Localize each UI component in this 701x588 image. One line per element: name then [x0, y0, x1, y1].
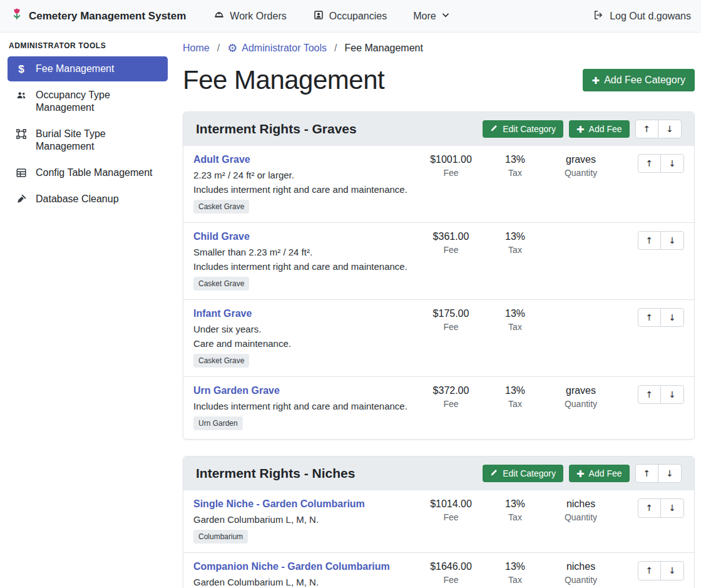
fee-tax: 13%: [484, 308, 546, 319]
fee-amount-label: Fee: [418, 168, 484, 178]
fee-tax-label: Tax: [484, 322, 546, 332]
sidebar-item-occupancy-type-management[interactable]: Occupancy Type Management: [8, 83, 168, 120]
chevron-down-icon: [441, 11, 450, 22]
nav-more[interactable]: More: [413, 11, 449, 22]
pencil-icon: [490, 468, 498, 478]
move-fee-down-button[interactable]: ↓: [660, 561, 684, 580]
breadcrumb-admin-tools-link[interactable]: ⚙ Administrator Tools: [227, 43, 327, 54]
move-fee-down-button[interactable]: ↓: [660, 231, 684, 250]
move-fee-down-button[interactable]: ↓: [660, 385, 684, 404]
move-fee-up-button[interactable]: ↑: [638, 498, 662, 517]
move-category-up-button[interactable]: ↑: [635, 120, 659, 138]
move-fee-up-button[interactable]: ↑: [638, 231, 662, 250]
category-title: Interment Rights - Graves: [196, 121, 357, 137]
fee-tax-label: Tax: [484, 168, 546, 178]
vector-square-icon: [15, 128, 28, 140]
breadcrumb: Home / ⚙ Administrator Tools / Fee Manag…: [183, 43, 695, 54]
fee-category-list: Interment Rights - Graves Edit Category …: [183, 111, 695, 588]
sidebar-item-database-cleanup[interactable]: Database Cleanup: [8, 187, 168, 212]
move-fee-down-button[interactable]: ↓: [660, 308, 684, 327]
fee-amount-label: Fee: [418, 245, 484, 255]
sidebar-item-fee-management[interactable]: $ Fee Management: [8, 56, 168, 81]
sidebar-item-burial-site-type-management[interactable]: Burial Site Type Management: [8, 121, 168, 159]
fee-description: Smaller than 2.23 m² / 24 ft².: [193, 247, 408, 257]
sidebar-item-config-table-management[interactable]: Config Table Management: [8, 160, 168, 185]
fee-quantity: graves: [546, 154, 615, 165]
plus-icon: ✚: [576, 469, 585, 478]
fee-name-link[interactable]: Child Grave: [193, 231, 250, 242]
sidebar: ADMINISTRATOR TOOLS $ Fee Management Occ…: [0, 33, 175, 588]
breadcrumb-home-link[interactable]: Home: [183, 43, 210, 54]
edit-category-button[interactable]: Edit Category: [483, 120, 563, 138]
page-title: Fee Management: [183, 65, 384, 95]
fee-row: Urn Garden Grave Includes interment righ…: [183, 377, 694, 439]
move-fee-up-button[interactable]: ↑: [638, 561, 662, 580]
fee-description: Garden Columbarium L, M, N.: [193, 577, 408, 587]
fee-tax-label: Tax: [484, 575, 546, 585]
move-fee-down-button[interactable]: ↓: [660, 498, 684, 517]
fee-amount: $361.00: [418, 231, 484, 242]
fee-tax-label: Tax: [484, 245, 546, 255]
fee-amount-label: Fee: [418, 512, 484, 522]
dollar-icon: $: [15, 63, 28, 75]
move-category-up-button[interactable]: ↑: [635, 464, 659, 483]
add-fee-label: Add Fee: [589, 124, 622, 134]
breadcrumb-admin-tools-label: Administrator Tools: [242, 43, 327, 54]
fee-tax: 13%: [484, 231, 546, 242]
fee-name-link[interactable]: Single Niche - Garden Columbarium: [193, 498, 365, 510]
fee-description: Under six years.: [193, 324, 408, 334]
tulip-logo-icon: [10, 8, 24, 24]
fee-quantity: niches: [546, 561, 615, 572]
move-fee-up-button[interactable]: ↑: [638, 308, 662, 327]
fee-type-badge: Casket Grave: [193, 200, 249, 214]
move-category-down-button[interactable]: ↓: [658, 120, 682, 138]
fee-category-card: Interment Rights - Graves Edit Category …: [183, 111, 695, 440]
edit-category-label: Edit Category: [503, 124, 556, 134]
move-fee-up-button[interactable]: ↑: [638, 154, 662, 173]
add-fee-button[interactable]: ✚ Add Fee: [569, 465, 630, 482]
move-fee-up-button[interactable]: ↑: [638, 385, 662, 404]
logout-button[interactable]: Log Out d.gowans: [593, 9, 691, 23]
fee-type-badge: Columbarium: [193, 530, 248, 544]
fee-reorder-group: ↑ ↓: [638, 308, 684, 327]
fee-reorder-group: ↑ ↓: [638, 385, 684, 404]
fee-type-badge: Casket Grave: [193, 354, 249, 368]
fee-quantity: niches: [546, 498, 615, 510]
category-header: Interment Rights - Graves Edit Category …: [183, 112, 694, 146]
fee-description: Care and maintenance.: [193, 338, 408, 349]
add-fee-category-button[interactable]: ✚ Add Fee Category: [583, 69, 695, 91]
edit-category-button[interactable]: Edit Category: [483, 465, 563, 482]
fee-name-link[interactable]: Urn Garden Grave: [193, 385, 280, 396]
fee-name-link[interactable]: Companion Niche - Garden Columbarium: [193, 561, 390, 572]
move-category-down-button[interactable]: ↓: [658, 464, 682, 483]
fee-quantity-label: Quantity: [546, 512, 615, 522]
hard-hat-icon: [213, 9, 225, 23]
fee-amount: $1646.00: [418, 561, 484, 572]
fee-category-card: Interment Rights - Niches Edit Category …: [183, 456, 695, 588]
add-fee-label: Add Fee: [589, 468, 622, 478]
fee-row: Companion Niche - Garden Columbarium Gar…: [183, 553, 694, 588]
app-title: Cemetery Management System: [29, 10, 186, 23]
move-fee-down-button[interactable]: ↓: [660, 154, 684, 173]
fee-reorder-group: ↑ ↓: [638, 561, 684, 580]
fee-quantity-label: Quantity: [546, 168, 615, 178]
fee-description: Includes interment right and care and ma…: [193, 401, 408, 411]
fee-row: Child Grave Smaller than 2.23 m² / 24 ft…: [183, 223, 694, 300]
breadcrumb-separator: /: [217, 43, 220, 54]
fee-description: 2.23 m² / 24 ft² or larger.: [193, 170, 408, 180]
add-fee-button[interactable]: ✚ Add Fee: [569, 120, 630, 138]
fee-name-link[interactable]: Infant Grave: [193, 308, 252, 319]
fee-name-link[interactable]: Adult Grave: [193, 154, 250, 165]
fee-tax-label: Tax: [484, 399, 546, 409]
fee-tax: 13%: [484, 385, 546, 396]
nav-work-orders[interactable]: Work Orders: [213, 9, 286, 23]
nav-occupancies[interactable]: Occupancies: [313, 9, 387, 23]
category-title: Interment Rights - Niches: [196, 466, 355, 481]
sidebar-item-label: Occupancy Type Management: [36, 89, 160, 114]
fee-tax: 13%: [484, 498, 546, 510]
nav-more-label: More: [413, 11, 436, 22]
nav-occupancies-label: Occupancies: [329, 11, 387, 22]
app-brand[interactable]: Cemetery Management System: [10, 8, 186, 24]
sidebar-item-label: Fee Management: [36, 63, 114, 75]
people-icon: [15, 90, 28, 101]
